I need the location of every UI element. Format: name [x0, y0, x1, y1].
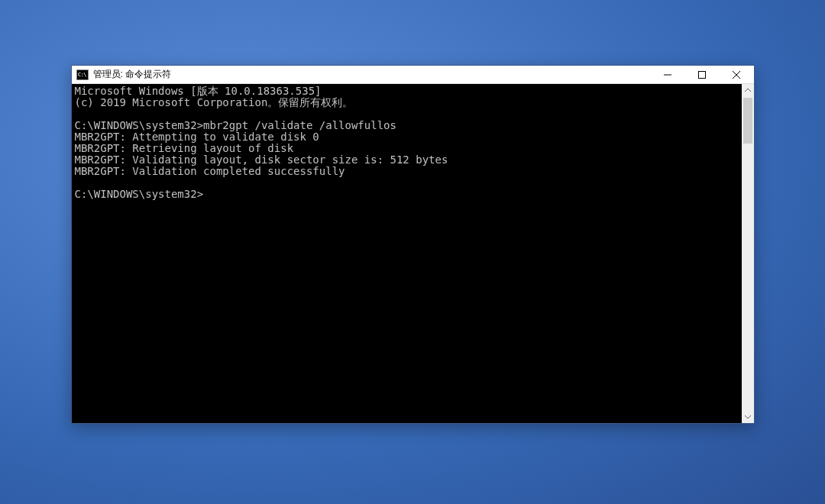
- svg-rect-1: [699, 71, 706, 78]
- titlebar[interactable]: C:\ 管理员: 命令提示符: [72, 66, 754, 84]
- scroll-down-button[interactable]: [742, 411, 754, 423]
- chevron-down-icon: [745, 414, 751, 420]
- scroll-thumb[interactable]: [743, 98, 752, 144]
- close-icon: [733, 71, 740, 79]
- close-button[interactable]: [720, 66, 754, 83]
- vertical-scrollbar[interactable]: [742, 84, 754, 423]
- command-prompt-window: C:\ 管理员: 命令提示符 Microsoft Windows [版本 10.…: [71, 65, 755, 424]
- window-title: 管理员: 命令提示符: [93, 68, 651, 81]
- terminal-output[interactable]: Microsoft Windows [版本 10.0.18363.535] (c…: [72, 84, 742, 423]
- window-controls: [651, 66, 754, 83]
- maximize-button[interactable]: [685, 66, 720, 83]
- app-icon: C:\: [76, 69, 89, 80]
- maximize-icon: [698, 71, 706, 79]
- terminal-area[interactable]: Microsoft Windows [版本 10.0.18363.535] (c…: [72, 84, 754, 423]
- minimize-icon: [664, 71, 671, 79]
- scroll-up-button[interactable]: [742, 84, 754, 96]
- minimize-button[interactable]: [651, 66, 685, 83]
- chevron-up-icon: [745, 87, 751, 93]
